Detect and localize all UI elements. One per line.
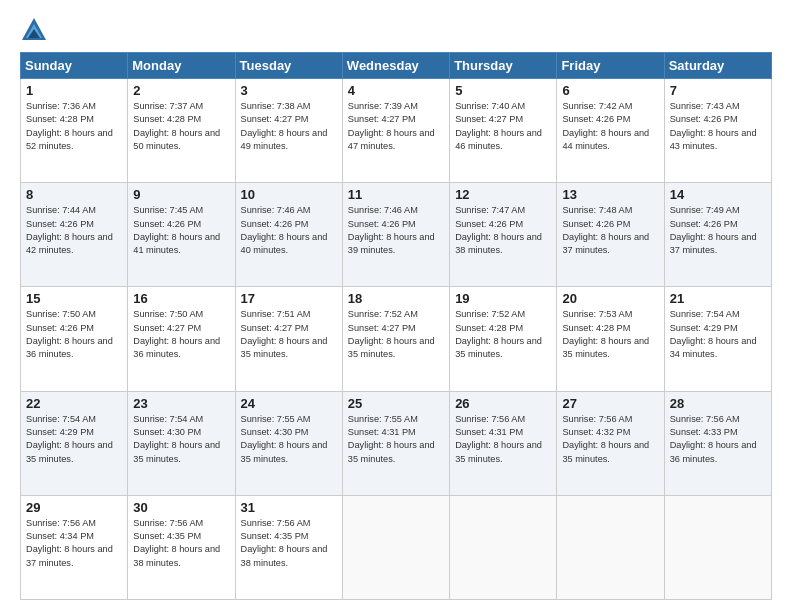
day-number: 4 <box>348 83 444 98</box>
day-number: 12 <box>455 187 551 202</box>
day-cell-30: 30Sunrise: 7:56 AM Sunset: 4:35 PM Dayli… <box>128 495 235 599</box>
empty-cell <box>450 495 557 599</box>
day-cell-18: 18Sunrise: 7:52 AM Sunset: 4:27 PM Dayli… <box>342 287 449 391</box>
day-number: 11 <box>348 187 444 202</box>
day-cell-20: 20Sunrise: 7:53 AM Sunset: 4:28 PM Dayli… <box>557 287 664 391</box>
day-info: Sunrise: 7:45 AM Sunset: 4:26 PM Dayligh… <box>133 204 229 257</box>
day-cell-14: 14Sunrise: 7:49 AM Sunset: 4:26 PM Dayli… <box>664 183 771 287</box>
day-info: Sunrise: 7:38 AM Sunset: 4:27 PM Dayligh… <box>241 100 337 153</box>
day-cell-29: 29Sunrise: 7:56 AM Sunset: 4:34 PM Dayli… <box>21 495 128 599</box>
calendar-table: SundayMondayTuesdayWednesdayThursdayFrid… <box>20 52 772 600</box>
day-info: Sunrise: 7:55 AM Sunset: 4:30 PM Dayligh… <box>241 413 337 466</box>
day-info: Sunrise: 7:47 AM Sunset: 4:26 PM Dayligh… <box>455 204 551 257</box>
day-cell-9: 9Sunrise: 7:45 AM Sunset: 4:26 PM Daylig… <box>128 183 235 287</box>
header <box>20 16 772 44</box>
day-info: Sunrise: 7:50 AM Sunset: 4:26 PM Dayligh… <box>26 308 122 361</box>
day-info: Sunrise: 7:54 AM Sunset: 4:30 PM Dayligh… <box>133 413 229 466</box>
day-info: Sunrise: 7:49 AM Sunset: 4:26 PM Dayligh… <box>670 204 766 257</box>
day-cell-21: 21Sunrise: 7:54 AM Sunset: 4:29 PM Dayli… <box>664 287 771 391</box>
day-info: Sunrise: 7:44 AM Sunset: 4:26 PM Dayligh… <box>26 204 122 257</box>
day-cell-19: 19Sunrise: 7:52 AM Sunset: 4:28 PM Dayli… <box>450 287 557 391</box>
day-number: 9 <box>133 187 229 202</box>
logo <box>20 16 52 44</box>
day-header-tuesday: Tuesday <box>235 53 342 79</box>
day-info: Sunrise: 7:46 AM Sunset: 4:26 PM Dayligh… <box>348 204 444 257</box>
day-info: Sunrise: 7:43 AM Sunset: 4:26 PM Dayligh… <box>670 100 766 153</box>
day-info: Sunrise: 7:39 AM Sunset: 4:27 PM Dayligh… <box>348 100 444 153</box>
day-cell-11: 11Sunrise: 7:46 AM Sunset: 4:26 PM Dayli… <box>342 183 449 287</box>
day-info: Sunrise: 7:46 AM Sunset: 4:26 PM Dayligh… <box>241 204 337 257</box>
day-cell-2: 2Sunrise: 7:37 AM Sunset: 4:28 PM Daylig… <box>128 79 235 183</box>
day-number: 22 <box>26 396 122 411</box>
day-info: Sunrise: 7:53 AM Sunset: 4:28 PM Dayligh… <box>562 308 658 361</box>
day-info: Sunrise: 7:56 AM Sunset: 4:31 PM Dayligh… <box>455 413 551 466</box>
day-info: Sunrise: 7:50 AM Sunset: 4:27 PM Dayligh… <box>133 308 229 361</box>
day-number: 28 <box>670 396 766 411</box>
day-number: 23 <box>133 396 229 411</box>
day-info: Sunrise: 7:56 AM Sunset: 4:33 PM Dayligh… <box>670 413 766 466</box>
day-number: 14 <box>670 187 766 202</box>
day-cell-17: 17Sunrise: 7:51 AM Sunset: 4:27 PM Dayli… <box>235 287 342 391</box>
day-number: 7 <box>670 83 766 98</box>
day-cell-12: 12Sunrise: 7:47 AM Sunset: 4:26 PM Dayli… <box>450 183 557 287</box>
day-header-monday: Monday <box>128 53 235 79</box>
day-header-sunday: Sunday <box>21 53 128 79</box>
day-cell-7: 7Sunrise: 7:43 AM Sunset: 4:26 PM Daylig… <box>664 79 771 183</box>
day-header-friday: Friday <box>557 53 664 79</box>
logo-icon <box>20 16 48 44</box>
day-cell-25: 25Sunrise: 7:55 AM Sunset: 4:31 PM Dayli… <box>342 391 449 495</box>
day-number: 26 <box>455 396 551 411</box>
day-number: 29 <box>26 500 122 515</box>
day-info: Sunrise: 7:55 AM Sunset: 4:31 PM Dayligh… <box>348 413 444 466</box>
empty-cell <box>557 495 664 599</box>
day-cell-6: 6Sunrise: 7:42 AM Sunset: 4:26 PM Daylig… <box>557 79 664 183</box>
day-number: 5 <box>455 83 551 98</box>
day-cell-22: 22Sunrise: 7:54 AM Sunset: 4:29 PM Dayli… <box>21 391 128 495</box>
day-number: 10 <box>241 187 337 202</box>
day-cell-28: 28Sunrise: 7:56 AM Sunset: 4:33 PM Dayli… <box>664 391 771 495</box>
day-number: 3 <box>241 83 337 98</box>
day-info: Sunrise: 7:40 AM Sunset: 4:27 PM Dayligh… <box>455 100 551 153</box>
day-number: 16 <box>133 291 229 306</box>
day-number: 8 <box>26 187 122 202</box>
day-number: 25 <box>348 396 444 411</box>
day-cell-13: 13Sunrise: 7:48 AM Sunset: 4:26 PM Dayli… <box>557 183 664 287</box>
day-number: 24 <box>241 396 337 411</box>
day-number: 6 <box>562 83 658 98</box>
day-cell-10: 10Sunrise: 7:46 AM Sunset: 4:26 PM Dayli… <box>235 183 342 287</box>
day-cell-26: 26Sunrise: 7:56 AM Sunset: 4:31 PM Dayli… <box>450 391 557 495</box>
day-info: Sunrise: 7:56 AM Sunset: 4:34 PM Dayligh… <box>26 517 122 570</box>
day-cell-31: 31Sunrise: 7:56 AM Sunset: 4:35 PM Dayli… <box>235 495 342 599</box>
day-cell-23: 23Sunrise: 7:54 AM Sunset: 4:30 PM Dayli… <box>128 391 235 495</box>
day-info: Sunrise: 7:37 AM Sunset: 4:28 PM Dayligh… <box>133 100 229 153</box>
day-number: 2 <box>133 83 229 98</box>
day-number: 19 <box>455 291 551 306</box>
day-info: Sunrise: 7:52 AM Sunset: 4:27 PM Dayligh… <box>348 308 444 361</box>
day-info: Sunrise: 7:54 AM Sunset: 4:29 PM Dayligh… <box>26 413 122 466</box>
day-info: Sunrise: 7:56 AM Sunset: 4:35 PM Dayligh… <box>241 517 337 570</box>
day-info: Sunrise: 7:48 AM Sunset: 4:26 PM Dayligh… <box>562 204 658 257</box>
day-info: Sunrise: 7:42 AM Sunset: 4:26 PM Dayligh… <box>562 100 658 153</box>
day-cell-16: 16Sunrise: 7:50 AM Sunset: 4:27 PM Dayli… <box>128 287 235 391</box>
day-header-wednesday: Wednesday <box>342 53 449 79</box>
day-number: 17 <box>241 291 337 306</box>
day-cell-15: 15Sunrise: 7:50 AM Sunset: 4:26 PM Dayli… <box>21 287 128 391</box>
day-cell-24: 24Sunrise: 7:55 AM Sunset: 4:30 PM Dayli… <box>235 391 342 495</box>
day-number: 13 <box>562 187 658 202</box>
day-number: 30 <box>133 500 229 515</box>
day-cell-5: 5Sunrise: 7:40 AM Sunset: 4:27 PM Daylig… <box>450 79 557 183</box>
day-info: Sunrise: 7:56 AM Sunset: 4:35 PM Dayligh… <box>133 517 229 570</box>
page: SundayMondayTuesdayWednesdayThursdayFrid… <box>0 0 792 612</box>
day-cell-27: 27Sunrise: 7:56 AM Sunset: 4:32 PM Dayli… <box>557 391 664 495</box>
day-info: Sunrise: 7:51 AM Sunset: 4:27 PM Dayligh… <box>241 308 337 361</box>
day-number: 31 <box>241 500 337 515</box>
day-info: Sunrise: 7:36 AM Sunset: 4:28 PM Dayligh… <box>26 100 122 153</box>
day-header-thursday: Thursday <box>450 53 557 79</box>
day-number: 27 <box>562 396 658 411</box>
day-cell-3: 3Sunrise: 7:38 AM Sunset: 4:27 PM Daylig… <box>235 79 342 183</box>
empty-cell <box>342 495 449 599</box>
day-number: 20 <box>562 291 658 306</box>
empty-cell <box>664 495 771 599</box>
day-info: Sunrise: 7:54 AM Sunset: 4:29 PM Dayligh… <box>670 308 766 361</box>
day-cell-4: 4Sunrise: 7:39 AM Sunset: 4:27 PM Daylig… <box>342 79 449 183</box>
